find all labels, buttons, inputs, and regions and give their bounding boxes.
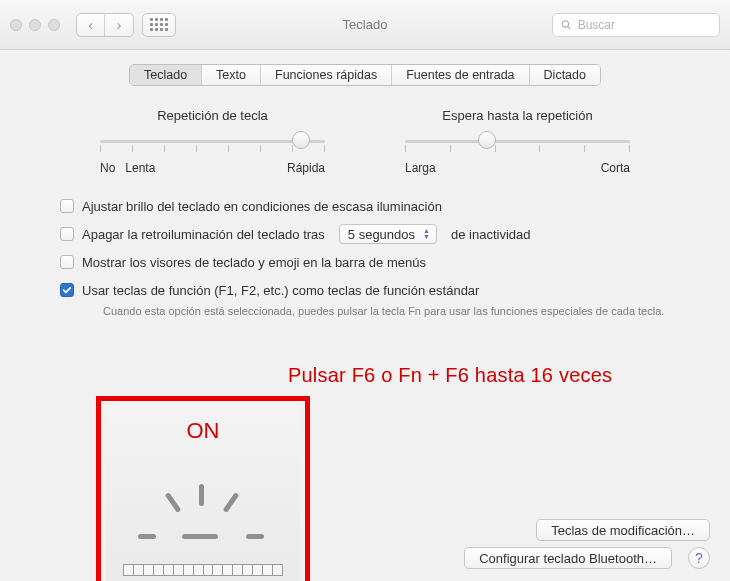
back-button[interactable]: ‹ (77, 14, 105, 36)
hint-use-fn-keys: Cuando esta opción está seleccionada, pu… (103, 305, 712, 317)
brightness-icon (138, 494, 268, 554)
slider-knob-icon[interactable] (292, 131, 308, 151)
chevron-left-icon: ‹ (88, 18, 93, 32)
keyboard-pane: Repetición de tecla No Lenta Rápida Espe… (0, 96, 730, 581)
configure-bluetooth-button[interactable]: Configurar teclado Bluetooth… (464, 547, 672, 569)
grid-icon (150, 18, 168, 31)
checkmark-icon (62, 285, 72, 295)
nav-back-forward: ‹ › (76, 13, 134, 37)
stepper-chevrons-icon: ▲▼ (423, 228, 430, 240)
tab-dictation[interactable]: Dictado (530, 65, 600, 85)
delay-slider-group: Espera hasta la repetición Larga Corta (405, 108, 630, 175)
backlight-timeout-popup[interactable]: 5 segundos ▲▼ (339, 224, 437, 244)
tab-bar: Teclado Texto Funciones rápidas Fuentes … (0, 50, 730, 96)
checkbox-show-viewers[interactable] (60, 255, 74, 269)
label-turn-off-backlight-after: de inactividad (451, 227, 531, 242)
search-icon (561, 19, 572, 31)
label-show-viewers: Mostrar los visores de teclado y emoji e… (82, 255, 426, 270)
delay-slider[interactable] (405, 133, 630, 155)
minimize-window-button[interactable] (29, 19, 41, 31)
close-window-button[interactable] (10, 19, 22, 31)
options-list: Ajustar brillo del teclado en condicione… (60, 195, 712, 317)
annotation-overlay-box: ON (96, 396, 310, 581)
toolbar: ‹ › Teclado (0, 0, 730, 50)
search-field[interactable] (552, 13, 720, 37)
window-title: Teclado (343, 17, 388, 32)
brightness-level-bar (123, 564, 283, 576)
help-button[interactable]: ? (688, 547, 710, 569)
label-off: No (100, 161, 115, 175)
traffic-lights (10, 19, 60, 31)
key-repeat-slider[interactable] (100, 133, 325, 155)
modifier-keys-button[interactable]: Teclas de modificación… (536, 519, 710, 541)
chevron-right-icon: › (117, 18, 122, 32)
tab-text[interactable]: Texto (202, 65, 261, 85)
checkbox-turn-off-backlight[interactable] (60, 227, 74, 241)
slider-knob-icon[interactable] (478, 131, 494, 151)
label-slow: Lenta (125, 161, 155, 175)
key-repeat-slider-group: Repetición de tecla No Lenta Rápida (100, 108, 325, 175)
label-adjust-brightness: Ajustar brillo del teclado en condicione… (82, 199, 442, 214)
checkbox-use-fn-keys[interactable] (60, 283, 74, 297)
checkbox-adjust-brightness[interactable] (60, 199, 74, 213)
tab-keyboard[interactable]: Teclado (130, 65, 202, 85)
forward-button[interactable]: › (105, 14, 133, 36)
search-input[interactable] (578, 18, 711, 32)
tab-shortcuts[interactable]: Funciones rápidas (261, 65, 392, 85)
key-repeat-title: Repetición de tecla (100, 108, 325, 123)
popup-value: 5 segundos (348, 227, 415, 242)
delay-title: Espera hasta la repetición (405, 108, 630, 123)
annotation-instruction: Pulsar F6 o Fn + F6 hasta 16 veces (288, 364, 612, 387)
label-long: Larga (405, 161, 436, 175)
tab-input-sources[interactable]: Fuentes de entrada (392, 65, 529, 85)
annotation-overlay-title: ON (106, 418, 300, 444)
label-fast: Rápida (287, 161, 325, 175)
zoom-window-button[interactable] (48, 19, 60, 31)
label-short: Corta (601, 161, 630, 175)
show-all-button[interactable] (142, 13, 176, 37)
label-turn-off-backlight-before: Apagar la retroiluminación del teclado t… (82, 227, 325, 242)
label-use-fn-keys: Usar teclas de función (F1, F2, etc.) co… (82, 283, 479, 298)
